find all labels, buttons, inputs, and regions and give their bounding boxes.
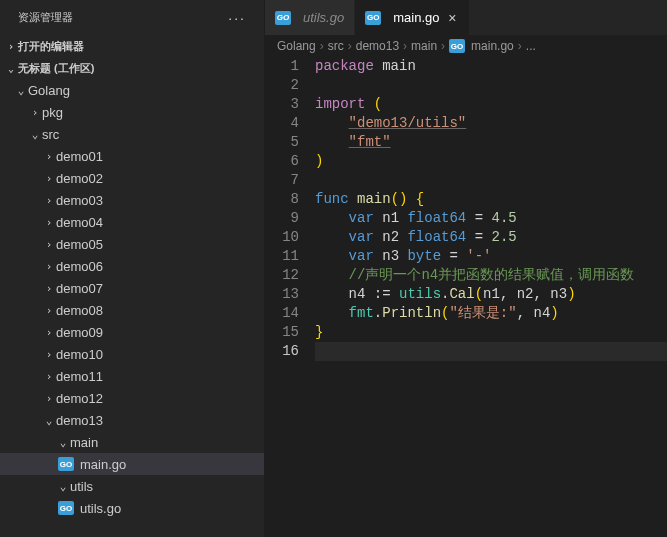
folder-label: demo02 [56, 171, 103, 186]
folder-label: demo07 [56, 281, 103, 296]
go-file-icon: GO [58, 501, 74, 515]
folder-label: Golang [28, 83, 70, 98]
more-actions-icon[interactable]: ··· [228, 10, 246, 26]
chevron-down-icon: ⌄ [28, 128, 42, 141]
folder-pkg[interactable]: › pkg [0, 101, 264, 123]
folder-demo09[interactable]: ›demo09 [0, 321, 264, 343]
explorer-sidebar: 资源管理器 ··· › 打开的编辑器 ⌄ 无标题 (工作区) ⌄ Golang … [0, 0, 265, 537]
tab-utils-go[interactable]: GO utils.go [265, 0, 355, 35]
chevron-right-icon: › [320, 39, 324, 53]
chevron-right-icon: › [42, 172, 56, 185]
folder-label: demo04 [56, 215, 103, 230]
folder-main[interactable]: ⌄ main [0, 431, 264, 453]
go-file-icon: GO [365, 11, 381, 25]
folder-demo06[interactable]: ›demo06 [0, 255, 264, 277]
folder-label: demo13 [56, 413, 103, 428]
chevron-right-icon: › [348, 39, 352, 53]
chevron-right-icon: › [403, 39, 407, 53]
folder-label: main [70, 435, 98, 450]
chevron-right-icon: › [441, 39, 445, 53]
folder-demo01[interactable]: ›demo01 [0, 145, 264, 167]
chevron-down-icon: ⌄ [56, 480, 70, 493]
folder-demo13[interactable]: ⌄demo13 [0, 409, 264, 431]
breadcrumb-item[interactable]: Golang [277, 39, 316, 53]
chevron-right-icon: › [42, 194, 56, 207]
chevron-right-icon: › [28, 106, 42, 119]
tab-label: main.go [393, 10, 439, 25]
workspace-section[interactable]: ⌄ 无标题 (工作区) [0, 57, 264, 79]
file-tree: ⌄ Golang › pkg ⌄ src ›demo01›demo02›demo… [0, 79, 264, 537]
chevron-right-icon: › [42, 282, 56, 295]
chevron-right-icon: › [42, 326, 56, 339]
open-editors-label: 打开的编辑器 [18, 39, 84, 54]
folder-label: demo03 [56, 193, 103, 208]
folder-label: demo08 [56, 303, 103, 318]
breadcrumb-item[interactable]: demo13 [356, 39, 399, 53]
breadcrumb-item[interactable]: main.go [471, 39, 514, 53]
line-gutter: 12345678910111213141516 [265, 57, 315, 537]
folder-demo05[interactable]: ›demo05 [0, 233, 264, 255]
workspace-label: 无标题 (工作区) [18, 61, 94, 76]
tab-label: utils.go [303, 10, 344, 25]
folder-label: demo05 [56, 237, 103, 252]
chevron-down-icon: ⌄ [14, 84, 28, 97]
folder-demo03[interactable]: ›demo03 [0, 189, 264, 211]
code-lines[interactable]: package mainimport ( "demo13/utils" "fmt… [315, 57, 667, 537]
breadcrumb-item[interactable]: ... [526, 39, 536, 53]
folder-label: pkg [42, 105, 63, 120]
chevron-right-icon: › [42, 348, 56, 361]
folder-label: utils [70, 479, 93, 494]
tab-bar: GO utils.go GO main.go × [265, 0, 667, 35]
chevron-right-icon: › [42, 370, 56, 383]
chevron-right-icon: › [42, 260, 56, 273]
close-icon[interactable]: × [445, 10, 459, 26]
chevron-right-icon: › [42, 216, 56, 229]
folder-label: demo01 [56, 149, 103, 164]
chevron-right-icon: › [42, 304, 56, 317]
code-editor[interactable]: 12345678910111213141516 package mainimpo… [265, 57, 667, 537]
breadcrumb-item[interactable]: src [328, 39, 344, 53]
folder-label: demo11 [56, 369, 103, 384]
folder-label: demo10 [56, 347, 103, 362]
breadcrumb-item[interactable]: main [411, 39, 437, 53]
chevron-down-icon: ⌄ [4, 63, 18, 74]
chevron-right-icon: › [4, 41, 18, 52]
folder-demo04[interactable]: ›demo04 [0, 211, 264, 233]
file-label: utils.go [80, 501, 121, 516]
folder-demo12[interactable]: ›demo12 [0, 387, 264, 409]
folder-demo10[interactable]: ›demo10 [0, 343, 264, 365]
tab-main-go[interactable]: GO main.go × [355, 0, 470, 35]
folder-src[interactable]: ⌄ src [0, 123, 264, 145]
chevron-down-icon: ⌄ [56, 436, 70, 449]
breadcrumb[interactable]: Golang› src› demo13› main› GO main.go› .… [265, 35, 667, 57]
folder-label: demo09 [56, 325, 103, 340]
go-file-icon: GO [58, 457, 74, 471]
chevron-right-icon: › [42, 150, 56, 163]
file-main-go[interactable]: GO main.go [0, 453, 264, 475]
file-label: main.go [80, 457, 126, 472]
open-editors-section[interactable]: › 打开的编辑器 [0, 35, 264, 57]
chevron-right-icon: › [42, 238, 56, 251]
chevron-down-icon: ⌄ [42, 414, 56, 427]
file-utils-go[interactable]: GO utils.go [0, 497, 264, 519]
chevron-right-icon: › [42, 392, 56, 405]
chevron-right-icon: › [518, 39, 522, 53]
folder-label: demo12 [56, 391, 103, 406]
folder-label: demo06 [56, 259, 103, 274]
folder-label: src [42, 127, 59, 142]
explorer-title: 资源管理器 [18, 10, 73, 25]
folder-demo11[interactable]: ›demo11 [0, 365, 264, 387]
explorer-header: 资源管理器 ··· [0, 0, 264, 35]
folder-utils[interactable]: ⌄ utils [0, 475, 264, 497]
folder-golang[interactable]: ⌄ Golang [0, 79, 264, 101]
folder-demo02[interactable]: ›demo02 [0, 167, 264, 189]
go-file-icon: GO [275, 11, 291, 25]
folder-demo07[interactable]: ›demo07 [0, 277, 264, 299]
go-file-icon: GO [449, 39, 465, 53]
folder-demo08[interactable]: ›demo08 [0, 299, 264, 321]
editor-pane: GO utils.go GO main.go × Golang› src› de… [265, 0, 667, 537]
